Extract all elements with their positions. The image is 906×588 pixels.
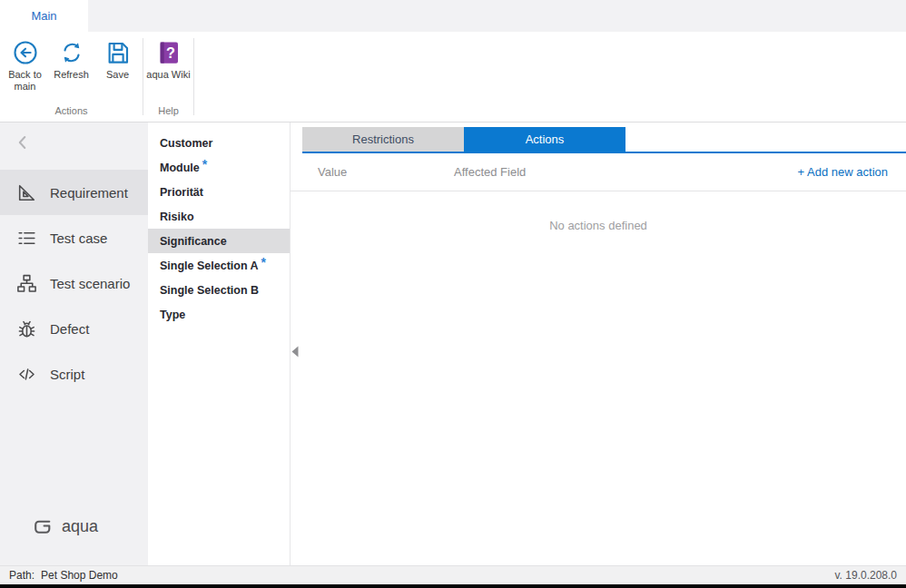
main-area: Requirement Test case: [0, 122, 906, 565]
required-marker: *: [202, 157, 207, 172]
ribbon-group-help: ? aqua Wiki Help: [143, 32, 193, 122]
sidebar-item-requirement[interactable]: Requirement: [0, 170, 148, 215]
field-item-single-selection-a[interactable]: Single Selection A*: [148, 253, 290, 278]
app-window: Main Back to main: [0, 0, 906, 588]
hierarchy-icon: [15, 272, 38, 295]
field-list: Customer Module* Priorität Risiko Signif…: [148, 122, 291, 565]
field-item-customer[interactable]: Customer: [148, 131, 290, 155]
refresh-icon: [58, 39, 85, 66]
aqua-logo-text: aqua: [62, 517, 98, 536]
sidebar-item-label: Defect: [50, 321, 89, 337]
content-panel: Restrictions Actions Value Affected Fiel…: [291, 122, 906, 565]
required-marker: *: [261, 255, 266, 270]
sidebar: Requirement Test case: [0, 122, 148, 565]
empty-state-message: No actions defined: [291, 219, 906, 232]
field-item-single-selection-b[interactable]: Single Selection B: [148, 278, 290, 302]
field-item-significance[interactable]: Significance: [148, 229, 290, 253]
back-to-main-button[interactable]: Back to main: [2, 37, 48, 94]
field-item-risiko[interactable]: Risiko: [148, 204, 290, 229]
aqua-logo: aqua: [0, 515, 148, 538]
save-button[interactable]: Save: [94, 37, 141, 83]
ribbon-tab-strip: Main: [0, 0, 906, 32]
sidebar-item-label: Test scenario: [50, 276, 130, 291]
wiki-question-icon: ?: [155, 39, 182, 66]
aqua-wiki-label: aqua Wiki: [146, 69, 190, 81]
collapse-sidebar-button[interactable]: [13, 131, 36, 154]
code-icon: [15, 363, 38, 386]
field-item-prioritaet[interactable]: Priorität: [148, 180, 290, 204]
field-label: Priorität: [160, 186, 203, 199]
bottom-black-bar: [0, 584, 906, 588]
sidebar-item-defect[interactable]: Defect: [0, 306, 148, 351]
ribbon-tab-main[interactable]: Main: [0, 0, 88, 32]
save-label: Save: [106, 69, 129, 81]
field-label: Significance: [160, 235, 227, 248]
ribbon-separator: [193, 38, 194, 115]
sidebar-item-label: Requirement: [50, 185, 128, 201]
tab-restrictions[interactable]: Restrictions: [302, 127, 464, 152]
field-label: Module: [160, 162, 200, 174]
ribbon-group-label-actions: Actions: [2, 103, 141, 122]
status-bar: Path: Pet Shop Demo v. 19.0.208.0: [0, 565, 906, 584]
field-label: Single Selection B: [160, 284, 259, 297]
save-icon: [104, 39, 132, 66]
column-header-value: Value: [318, 165, 454, 179]
ribbon-group-actions: Back to main Refresh: [0, 32, 143, 122]
statusbar-path-value: Pet Shop Demo: [41, 569, 118, 582]
field-item-type[interactable]: Type: [148, 302, 290, 327]
sidebar-item-test-scenario[interactable]: Test scenario: [0, 260, 148, 306]
splitter-collapse-handle[interactable]: [291, 346, 299, 358]
collapse-left-arrow-icon: [291, 346, 299, 358]
sidebar-item-label: Script: [50, 367, 84, 382]
aqua-logo-icon: [31, 515, 54, 538]
statusbar-path-label: Path:: [9, 569, 34, 582]
set-square-icon: [15, 181, 38, 204]
statusbar-version: v. 19.0.208.0: [835, 569, 898, 582]
ribbon-group-label-help: Help: [145, 103, 192, 122]
actions-table-header: Value Affected Field + Add new action: [291, 153, 906, 191]
column-header-affected-field: Affected Field: [454, 165, 798, 179]
refresh-button[interactable]: Refresh: [48, 37, 94, 83]
field-item-module[interactable]: Module*: [148, 155, 290, 180]
chevron-left-icon: [13, 132, 33, 152]
back-to-main-label: Back to main: [3, 69, 47, 93]
add-new-action-link[interactable]: + Add new action: [798, 165, 888, 179]
field-label: Type: [160, 309, 185, 321]
svg-text:?: ?: [166, 44, 175, 61]
tab-actions[interactable]: Actions: [464, 127, 625, 152]
back-arrow-icon: [12, 39, 39, 66]
field-label: Risiko: [160, 211, 194, 223]
aqua-wiki-button[interactable]: ? aqua Wiki: [145, 37, 192, 83]
sidebar-item-test-case[interactable]: Test case: [0, 215, 148, 260]
refresh-label: Refresh: [54, 69, 89, 81]
field-label: Single Selection A: [160, 260, 259, 272]
sidebar-item-label: Test case: [50, 230, 107, 246]
sidebar-item-script[interactable]: Script: [0, 351, 148, 397]
checklist-icon: [15, 227, 38, 250]
field-label: Customer: [160, 137, 212, 150]
bug-icon: [15, 318, 38, 340]
ribbon: Back to main Refresh: [0, 32, 906, 122]
content-tabbar: Restrictions Actions: [302, 127, 906, 153]
